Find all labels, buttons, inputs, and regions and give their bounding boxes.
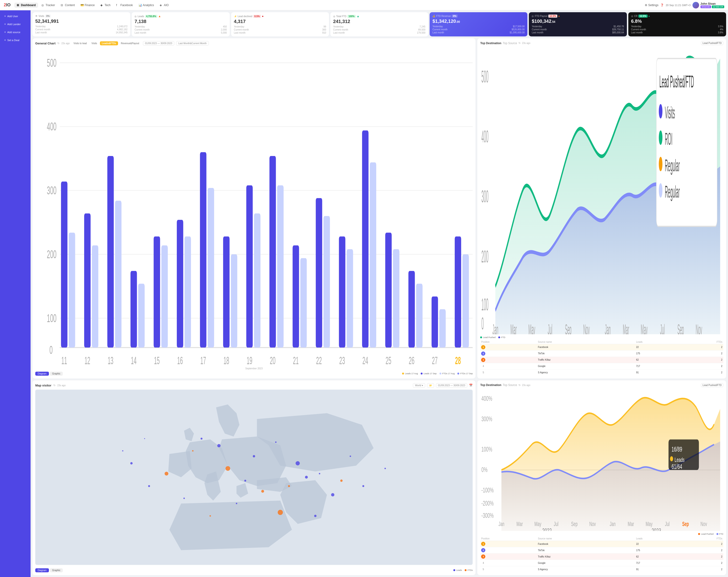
visits-label: Visits [38, 15, 44, 18]
nav-tracker[interactable]: ◎ Tracker [39, 3, 57, 8]
svg-rect-36 [339, 236, 345, 348]
svg-rect-14 [84, 214, 90, 348]
chart-tabs: Visits to lead Visits Leads&FTDs Revenue… [72, 42, 141, 45]
nav-tech[interactable]: ◆ Tech [98, 3, 113, 8]
aio-icon: ◈ [160, 3, 163, 7]
dest-dropdown-2[interactable]: Lead Pushed/FTD [701, 383, 723, 387]
tab-visits[interactable]: Visits [89, 42, 99, 45]
map-region[interactable]: World ▾ [413, 383, 425, 388]
svg-rect-40 [385, 232, 391, 348]
graphic-toggle[interactable]: Graphic [50, 372, 63, 376]
svg-text:-100%: -100% [482, 486, 494, 494]
nav-aio[interactable]: ◈ AIO [157, 3, 171, 8]
leads-value: 7,138 [134, 19, 227, 24]
map-area [35, 389, 473, 565]
svg-point-94 [659, 183, 662, 198]
map-date-range[interactable]: 01/09:2023 — 30/09:2023 [436, 383, 467, 388]
chart-date-range[interactable]: 01/09:2023 — 30/09:2023 [143, 41, 175, 46]
chart-x-label: September 2023 [35, 367, 473, 370]
svg-rect-27 [231, 254, 237, 348]
dot-ftd-1 [498, 336, 500, 338]
map-dot [144, 438, 145, 439]
rank-plain-5b: 5 [481, 567, 485, 571]
svg-rect-12 [61, 182, 67, 348]
svg-text:100%: 100% [482, 445, 492, 453]
settings-button[interactable]: ⚙ Settings [645, 3, 658, 7]
legend-ftds-map: FTDs [465, 569, 473, 571]
user-info: John Sloan WowAds 12 000 CR [701, 2, 724, 8]
svg-text:27: 27 [432, 355, 438, 366]
dest-subtitle-2: Top Source [503, 383, 517, 387]
legend-leads-aug: Leads 17 Aug [402, 373, 418, 375]
top-dest-panel-1: Top Destination Top Source ↻ 23s ago Lea… [477, 38, 726, 379]
svg-text:Mar: Mar [628, 520, 634, 527]
svg-text:Jul: Jul [554, 520, 559, 527]
svg-text:300%: 300% [482, 414, 492, 422]
nav-finance[interactable]: 💳 Finance [78, 3, 97, 8]
gear-icon: ⚙ [645, 3, 647, 7]
svg-text:Jan: Jan [493, 321, 498, 334]
tab-leads-ftds[interactable]: Leads&FTDs [100, 42, 118, 45]
leads-label: Leads [137, 15, 144, 18]
stats-row: 👁 Visits 0% 52,341,991 Yesterday1,248,67… [32, 12, 726, 36]
tab-revenue-payout[interactable]: Revenue&Payout [119, 42, 141, 45]
diagram-toggle[interactable]: Diagram [35, 372, 49, 376]
map-dot [319, 473, 320, 474]
dest-dropdown-1[interactable]: Lead Pushed/FTD [701, 41, 723, 45]
nav-facebook[interactable]: f Facebook [114, 3, 135, 8]
add-lander-button[interactable]: + Add Lander [2, 21, 29, 28]
nav-analytics[interactable]: 📊 Analytics [136, 3, 156, 8]
declined-sub: Yesterday99 Current month300 Last month9… [234, 25, 326, 34]
map-graphic-toggle[interactable]: Graphic [50, 568, 63, 572]
dest-refresh-icon-1: ↻ [519, 42, 521, 45]
map-folder[interactable]: 📁 [427, 383, 434, 388]
plus-icon-4: + [4, 38, 6, 42]
svg-text:200: 200 [47, 248, 56, 260]
visits-icon: 👁 [35, 15, 37, 18]
dest-header-1: Top Destination Top Source ↻ 23s ago Lea… [480, 41, 723, 45]
map-dot [331, 493, 334, 496]
svg-rect-38 [362, 130, 368, 348]
rank-plain-4b: 4 [481, 561, 485, 565]
svg-text:400: 400 [482, 127, 489, 146]
legend-lead-pushed-1: Lead Pushed [480, 336, 495, 338]
nav-dashboard[interactable]: ⊞ Dashboard [14, 3, 38, 8]
svg-rect-24 [200, 152, 206, 348]
legend-lead-pushed-2: Lead Pushed [698, 533, 713, 535]
col-leads-2: Leads [635, 537, 681, 541]
nav-content[interactable]: ⊟ Content [58, 3, 77, 8]
area-chart-1: 500 400 300 200 100 0 Jan [480, 47, 723, 334]
svg-text:100: 100 [47, 311, 56, 324]
svg-text:17: 17 [200, 355, 206, 366]
general-chart-panel: General Chart ↻ 23s ago Visits to lead V… [32, 38, 475, 379]
map-legend: Leads FTDs [453, 569, 473, 571]
legend-dot-ftds-aug [440, 373, 441, 375]
set-a-deal-button[interactable]: + Set a Deal [2, 37, 29, 44]
add-source-button[interactable]: + Add source [2, 29, 29, 36]
help-icon[interactable]: ❓ [660, 3, 664, 7]
svg-text:19: 19 [247, 355, 252, 366]
svg-text:12: 12 [84, 355, 90, 366]
chart-period[interactable]: Last Month&Current Month [176, 41, 209, 46]
svg-rect-16 [107, 156, 113, 348]
add-user-button[interactable]: + Add User [2, 13, 29, 20]
rank-badge-2: 2 [481, 352, 485, 356]
svg-text:-300%: -300% [482, 511, 494, 519]
top-nav: 2IO ⊞ Dashboard ◎ Tracker ⊟ Content 💳 Fi… [0, 0, 728, 10]
map-refresh: 23s ago [57, 384, 66, 387]
svg-rect-37 [346, 249, 353, 348]
leads-icon: ◎ [134, 15, 137, 18]
payout-icon: ◎ [532, 15, 534, 18]
svg-rect-35 [323, 216, 330, 348]
declined-label: Lead declined [238, 15, 252, 18]
dest-table-1: Position Source name Leads FTDs 1 Facebo… [480, 340, 723, 376]
svg-text:300: 300 [47, 184, 56, 197]
tab-visits-to-lead[interactable]: Visits to lead [72, 42, 89, 45]
svg-text:Sep: Sep [571, 520, 578, 527]
svg-text:200: 200 [482, 247, 489, 266]
svg-text:20: 20 [270, 355, 275, 366]
map-diagram-toggle[interactable]: Diagram [35, 568, 49, 572]
map-dot [261, 490, 264, 493]
svg-text:2022: 2022 [543, 526, 552, 531]
svg-text:28: 28 [455, 355, 461, 366]
